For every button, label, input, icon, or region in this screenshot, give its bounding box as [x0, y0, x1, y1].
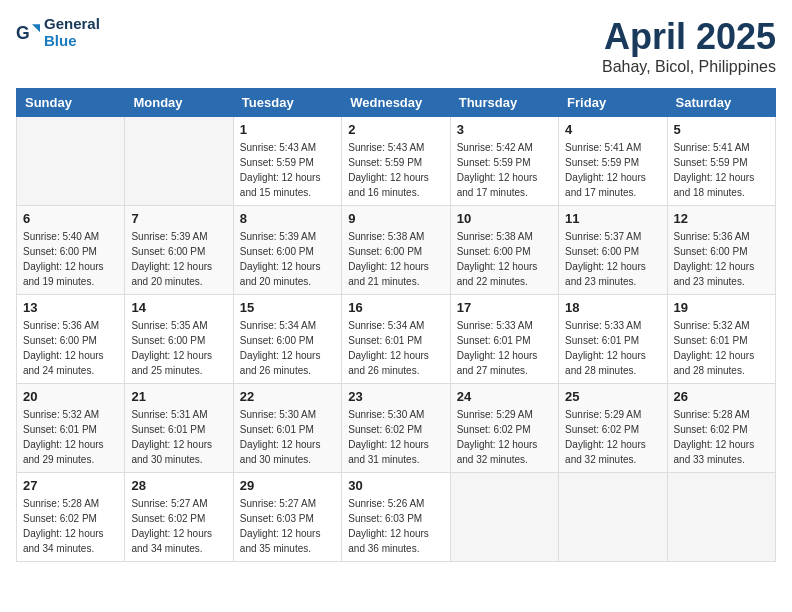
day-cell: 6Sunrise: 5:40 AMSunset: 6:00 PMDaylight…: [17, 206, 125, 295]
week-row-2: 6Sunrise: 5:40 AMSunset: 6:00 PMDaylight…: [17, 206, 776, 295]
weekday-header-row: SundayMondayTuesdayWednesdayThursdayFrid…: [17, 89, 776, 117]
day-cell: 20Sunrise: 5:32 AMSunset: 6:01 PMDayligh…: [17, 384, 125, 473]
day-info: Sunrise: 5:31 AMSunset: 6:01 PMDaylight:…: [131, 407, 226, 467]
day-number: 30: [348, 478, 443, 493]
weekday-header-friday: Friday: [559, 89, 667, 117]
day-info: Sunrise: 5:34 AMSunset: 6:00 PMDaylight:…: [240, 318, 335, 378]
day-info: Sunrise: 5:41 AMSunset: 5:59 PMDaylight:…: [674, 140, 769, 200]
day-info: Sunrise: 5:28 AMSunset: 6:02 PMDaylight:…: [674, 407, 769, 467]
day-cell: 16Sunrise: 5:34 AMSunset: 6:01 PMDayligh…: [342, 295, 450, 384]
day-cell: 3Sunrise: 5:42 AMSunset: 5:59 PMDaylight…: [450, 117, 558, 206]
weekday-header-saturday: Saturday: [667, 89, 775, 117]
day-number: 9: [348, 211, 443, 226]
day-cell: 30Sunrise: 5:26 AMSunset: 6:03 PMDayligh…: [342, 473, 450, 562]
day-info: Sunrise: 5:32 AMSunset: 6:01 PMDaylight:…: [23, 407, 118, 467]
weekday-header-sunday: Sunday: [17, 89, 125, 117]
month-title: April 2025: [602, 16, 776, 58]
logo-icon: G: [16, 21, 40, 45]
day-number: 23: [348, 389, 443, 404]
day-cell: 12Sunrise: 5:36 AMSunset: 6:00 PMDayligh…: [667, 206, 775, 295]
day-number: 27: [23, 478, 118, 493]
day-info: Sunrise: 5:28 AMSunset: 6:02 PMDaylight:…: [23, 496, 118, 556]
day-info: Sunrise: 5:43 AMSunset: 5:59 PMDaylight:…: [348, 140, 443, 200]
day-info: Sunrise: 5:42 AMSunset: 5:59 PMDaylight:…: [457, 140, 552, 200]
day-cell: 23Sunrise: 5:30 AMSunset: 6:02 PMDayligh…: [342, 384, 450, 473]
day-number: 16: [348, 300, 443, 315]
day-info: Sunrise: 5:41 AMSunset: 5:59 PMDaylight:…: [565, 140, 660, 200]
week-row-4: 20Sunrise: 5:32 AMSunset: 6:01 PMDayligh…: [17, 384, 776, 473]
day-info: Sunrise: 5:33 AMSunset: 6:01 PMDaylight:…: [565, 318, 660, 378]
calendar-table: SundayMondayTuesdayWednesdayThursdayFrid…: [16, 88, 776, 562]
day-info: Sunrise: 5:38 AMSunset: 6:00 PMDaylight:…: [348, 229, 443, 289]
day-cell: [125, 117, 233, 206]
day-number: 22: [240, 389, 335, 404]
day-number: 26: [674, 389, 769, 404]
day-cell: 13Sunrise: 5:36 AMSunset: 6:00 PMDayligh…: [17, 295, 125, 384]
day-number: 19: [674, 300, 769, 315]
day-cell: 9Sunrise: 5:38 AMSunset: 6:00 PMDaylight…: [342, 206, 450, 295]
day-cell: 24Sunrise: 5:29 AMSunset: 6:02 PMDayligh…: [450, 384, 558, 473]
day-info: Sunrise: 5:29 AMSunset: 6:02 PMDaylight:…: [457, 407, 552, 467]
day-cell: 18Sunrise: 5:33 AMSunset: 6:01 PMDayligh…: [559, 295, 667, 384]
day-cell: [450, 473, 558, 562]
day-number: 13: [23, 300, 118, 315]
day-info: Sunrise: 5:30 AMSunset: 6:01 PMDaylight:…: [240, 407, 335, 467]
day-cell: 4Sunrise: 5:41 AMSunset: 5:59 PMDaylight…: [559, 117, 667, 206]
day-info: Sunrise: 5:26 AMSunset: 6:03 PMDaylight:…: [348, 496, 443, 556]
day-info: Sunrise: 5:27 AMSunset: 6:03 PMDaylight:…: [240, 496, 335, 556]
day-number: 15: [240, 300, 335, 315]
day-cell: 26Sunrise: 5:28 AMSunset: 6:02 PMDayligh…: [667, 384, 775, 473]
day-number: 25: [565, 389, 660, 404]
day-info: Sunrise: 5:34 AMSunset: 6:01 PMDaylight:…: [348, 318, 443, 378]
week-row-1: 1Sunrise: 5:43 AMSunset: 5:59 PMDaylight…: [17, 117, 776, 206]
day-cell: [559, 473, 667, 562]
day-number: 3: [457, 122, 552, 137]
day-number: 21: [131, 389, 226, 404]
day-number: 6: [23, 211, 118, 226]
day-number: 20: [23, 389, 118, 404]
day-info: Sunrise: 5:39 AMSunset: 6:00 PMDaylight:…: [131, 229, 226, 289]
day-number: 4: [565, 122, 660, 137]
day-number: 14: [131, 300, 226, 315]
day-info: Sunrise: 5:32 AMSunset: 6:01 PMDaylight:…: [674, 318, 769, 378]
day-info: Sunrise: 5:38 AMSunset: 6:00 PMDaylight:…: [457, 229, 552, 289]
day-cell: [17, 117, 125, 206]
svg-marker-1: [32, 24, 40, 32]
day-cell: 8Sunrise: 5:39 AMSunset: 6:00 PMDaylight…: [233, 206, 341, 295]
day-cell: 15Sunrise: 5:34 AMSunset: 6:00 PMDayligh…: [233, 295, 341, 384]
day-number: 24: [457, 389, 552, 404]
logo-text: General Blue: [44, 16, 100, 49]
page-header: G General Blue April 2025 Bahay, Bicol, …: [16, 16, 776, 76]
day-cell: 17Sunrise: 5:33 AMSunset: 6:01 PMDayligh…: [450, 295, 558, 384]
weekday-header-thursday: Thursday: [450, 89, 558, 117]
day-info: Sunrise: 5:35 AMSunset: 6:00 PMDaylight:…: [131, 318, 226, 378]
day-number: 5: [674, 122, 769, 137]
day-number: 18: [565, 300, 660, 315]
day-info: Sunrise: 5:36 AMSunset: 6:00 PMDaylight:…: [674, 229, 769, 289]
day-cell: 11Sunrise: 5:37 AMSunset: 6:00 PMDayligh…: [559, 206, 667, 295]
day-cell: 27Sunrise: 5:28 AMSunset: 6:02 PMDayligh…: [17, 473, 125, 562]
week-row-5: 27Sunrise: 5:28 AMSunset: 6:02 PMDayligh…: [17, 473, 776, 562]
day-number: 7: [131, 211, 226, 226]
day-info: Sunrise: 5:33 AMSunset: 6:01 PMDaylight:…: [457, 318, 552, 378]
weekday-header-wednesday: Wednesday: [342, 89, 450, 117]
title-area: April 2025 Bahay, Bicol, Philippines: [602, 16, 776, 76]
day-number: 10: [457, 211, 552, 226]
day-cell: 21Sunrise: 5:31 AMSunset: 6:01 PMDayligh…: [125, 384, 233, 473]
day-info: Sunrise: 5:27 AMSunset: 6:02 PMDaylight:…: [131, 496, 226, 556]
day-cell: 25Sunrise: 5:29 AMSunset: 6:02 PMDayligh…: [559, 384, 667, 473]
day-info: Sunrise: 5:29 AMSunset: 6:02 PMDaylight:…: [565, 407, 660, 467]
weekday-header-tuesday: Tuesday: [233, 89, 341, 117]
day-cell: 7Sunrise: 5:39 AMSunset: 6:00 PMDaylight…: [125, 206, 233, 295]
day-number: 12: [674, 211, 769, 226]
day-number: 28: [131, 478, 226, 493]
day-cell: 2Sunrise: 5:43 AMSunset: 5:59 PMDaylight…: [342, 117, 450, 206]
day-number: 1: [240, 122, 335, 137]
day-cell: 10Sunrise: 5:38 AMSunset: 6:00 PMDayligh…: [450, 206, 558, 295]
day-number: 29: [240, 478, 335, 493]
day-cell: 19Sunrise: 5:32 AMSunset: 6:01 PMDayligh…: [667, 295, 775, 384]
day-info: Sunrise: 5:40 AMSunset: 6:00 PMDaylight:…: [23, 229, 118, 289]
day-number: 8: [240, 211, 335, 226]
day-number: 17: [457, 300, 552, 315]
location-title: Bahay, Bicol, Philippines: [602, 58, 776, 76]
